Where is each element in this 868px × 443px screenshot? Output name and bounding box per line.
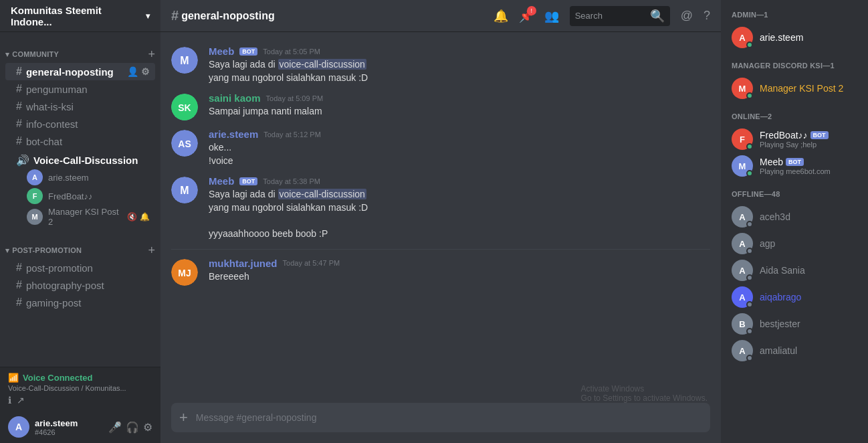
status-dot	[746, 92, 753, 99]
info-icon[interactable]: ℹ	[8, 395, 11, 406]
voice-user-fredboat[interactable]: F FredBoat♪♪	[5, 187, 155, 205]
message-avatar: AS	[171, 130, 198, 157]
channel-info-contest[interactable]: # info-contest	[5, 115, 155, 132]
headset-icon[interactable]: 🎧	[126, 421, 139, 434]
search-input[interactable]	[575, 11, 646, 21]
member-avatar-wrap: A	[732, 233, 753, 254]
server-header[interactable]: Komunitas Steemit Indone... ▾	[0, 0, 160, 32]
user-info: arie.steem #4626	[35, 418, 103, 436]
notification-bell-icon[interactable]: 🔔	[494, 9, 508, 23]
member-name: bestjester	[760, 319, 800, 329]
admin-section: ADMIN—1 A arie.steem	[726, 11, 863, 51]
message-text: Sampai jumpa nanti malam	[209, 105, 710, 118]
hash-icon: #	[16, 279, 22, 291]
post-promotion-label[interactable]: ▾ POST-PROMOTION	[5, 246, 82, 255]
channel-what-is-ksi[interactable]: # what-is-ksi	[5, 98, 155, 115]
admin-heading: ADMIN—1	[726, 11, 863, 19]
channel-post-promotion[interactable]: # post-promotion	[5, 259, 155, 276]
message-input[interactable]	[196, 412, 702, 423]
bot-badge: BOT	[810, 131, 829, 139]
user-settings-icon[interactable]: ⚙	[143, 421, 152, 434]
user-name: arie.steem	[35, 418, 103, 428]
message-divider	[171, 249, 710, 250]
settings-icon[interactable]: ⚙	[141, 66, 150, 77]
speaker-icon: 🔊	[16, 154, 29, 167]
channel-gaming-post[interactable]: # gaming-post	[5, 294, 155, 311]
channel-name: post-promotion	[26, 262, 93, 274]
voice-user-manager[interactable]: M Manager KSI Post 2 🔇 🔔	[5, 205, 155, 228]
add-content-button[interactable]: +	[179, 409, 188, 426]
member-item[interactable]: A aceh3d	[726, 203, 863, 230]
member-item[interactable]: A arie.steem	[726, 24, 863, 51]
member-item[interactable]: F FredBoat♪♪ BOT Playing Say ;help	[726, 126, 863, 153]
member-sub: Playing mee6bot.com	[760, 167, 831, 175]
voice-connected-status: 📶 Voice Connected	[8, 373, 152, 383]
member-name: FredBoat♪♪	[760, 130, 808, 141]
main-chat: # general-noposting 🔔 📌 ! 👥 🔍 @ ? M	[160, 0, 721, 443]
disconnect-icon[interactable]: ↗	[17, 395, 25, 406]
member-avatar-wrap: B	[732, 313, 753, 335]
message-avatar: MJ	[171, 259, 198, 286]
member-item[interactable]: A amaliatul	[726, 337, 863, 364]
pp-chevron: ▾	[5, 246, 9, 255]
message-timestamp: Today at 5:09 PM	[266, 94, 324, 102]
member-sub: Playing Say ;help	[760, 141, 829, 149]
member-item[interactable]: A Aida Sania	[726, 257, 863, 284]
voice-user-name: arie.steem	[48, 173, 89, 183]
mute-mic-icon[interactable]: 🎤	[108, 421, 122, 434]
member-item[interactable]: M Meeb BOT Playing mee6bot.com	[726, 153, 863, 179]
community-label[interactable]: ▾ COMMUNITY	[5, 50, 59, 59]
member-item[interactable]: B bestjester	[726, 311, 863, 337]
message-header: Meeb BOT Today at 5:38 PM	[209, 175, 710, 187]
header-icons: 🔔 📌 ! 👥 🔍 @ ?	[494, 6, 710, 26]
message-group: AS arie.steem Today at 5:12 PM oke... !v…	[160, 126, 721, 170]
user-avatar: A	[8, 416, 29, 438]
voice-user-avatar: A	[27, 169, 43, 185]
channel-name: photography-post	[26, 280, 104, 291]
pin-badge: !	[527, 6, 536, 15]
add-pp-channel-button[interactable]: +	[148, 244, 155, 256]
message-text: Bereeeeh	[209, 270, 710, 284]
member-item[interactable]: A aiqabrago	[726, 284, 863, 311]
message-header: Meeb BOT Today at 5:05 PM	[209, 46, 710, 57]
member-item[interactable]: A agp	[726, 230, 863, 257]
help-icon[interactable]: ?	[703, 9, 710, 23]
member-avatar-wrap: A	[732, 340, 753, 361]
offline-heading: OFFLINE—48	[726, 190, 863, 198]
message-input-area: +	[160, 403, 721, 443]
add-channel-button[interactable]: +	[148, 48, 155, 60]
voice-channel-name: Voice-Call-Discussion	[33, 155, 138, 166]
channel-pengumuman[interactable]: # pengumuman	[5, 80, 155, 98]
pin-icon[interactable]: 📌 !	[519, 9, 534, 23]
message-author: saini kaom	[209, 92, 261, 104]
message-author: Meeb	[209, 46, 234, 57]
voice-user-name: Manager KSI Post 2	[48, 207, 122, 227]
chat-header: # general-noposting 🔔 📌 ! 👥 🔍 @ ?	[160, 0, 721, 32]
voice-user-arie[interactable]: A arie.steem	[5, 168, 155, 187]
voice-user-name: FredBoat♪♪	[48, 191, 92, 201]
message-avatar: M	[171, 47, 198, 74]
search-box: 🔍	[570, 6, 670, 26]
manager-heading: MANAGER DISCORD KSI—1	[726, 62, 863, 70]
signal-icon: 📶	[8, 373, 19, 383]
at-icon[interactable]: @	[681, 9, 693, 23]
member-item[interactable]: M Manager KSI Post 2	[726, 75, 863, 102]
community-chevron: ▾	[5, 50, 9, 59]
member-name: arie.steem	[760, 32, 803, 43]
members-icon[interactable]: 👥	[544, 9, 559, 23]
status-dot	[746, 248, 753, 254]
svg-text:M: M	[180, 55, 189, 66]
channel-photography-post[interactable]: # photography-post	[5, 276, 155, 294]
add-member-icon[interactable]: 👤	[127, 66, 138, 77]
channel-general-noposting[interactable]: # general-noposting 👤 ⚙	[5, 63, 155, 80]
channel-bot-chat[interactable]: # bot-chat	[5, 132, 155, 150]
svg-text:SK: SK	[178, 102, 191, 113]
bot-badge: BOT	[239, 48, 257, 56]
member-name: Aida Sania	[760, 265, 805, 276]
message-group: MJ mukhtar.juned Today at 5:47 PM Bereee…	[160, 255, 721, 288]
voice-channel-discussion[interactable]: 🔊 Voice-Call-Discussion	[5, 153, 155, 168]
messages-list: M Meeb BOT Today at 5:05 PM Saya lagi ad…	[160, 32, 721, 403]
message-content: Meeb BOT Today at 5:05 PM Saya lagi ada …	[209, 46, 710, 84]
message-header: arie.steem Today at 5:12 PM	[209, 128, 710, 140]
header-hash-icon: #	[171, 8, 179, 23]
